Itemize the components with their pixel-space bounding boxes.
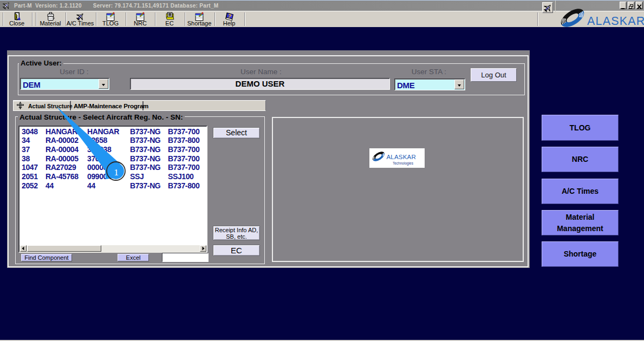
svg-text:1: 1 (114, 167, 119, 178)
